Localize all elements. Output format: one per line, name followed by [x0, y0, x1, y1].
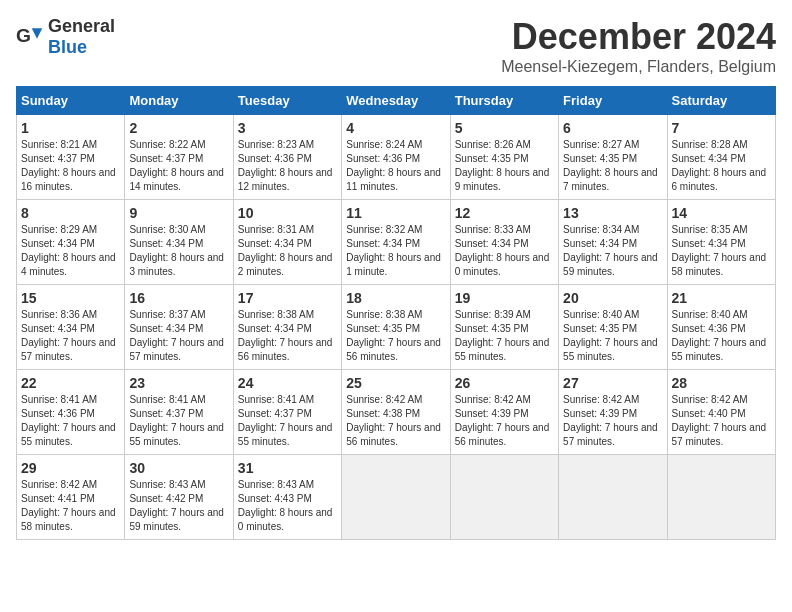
calendar-week-2: 8Sunrise: 8:29 AMSunset: 4:34 PMDaylight… [17, 200, 776, 285]
calendar-cell: 14Sunrise: 8:35 AMSunset: 4:34 PMDayligh… [667, 200, 775, 285]
day-info: Sunrise: 8:43 AMSunset: 4:43 PMDaylight:… [238, 478, 337, 534]
weekday-wednesday: Wednesday [342, 87, 450, 115]
weekday-saturday: Saturday [667, 87, 775, 115]
calendar-table: SundayMondayTuesdayWednesdayThursdayFrid… [16, 86, 776, 540]
calendar-cell: 13Sunrise: 8:34 AMSunset: 4:34 PMDayligh… [559, 200, 667, 285]
title-block: December 2024 Meensel-Kiezegem, Flanders… [501, 16, 776, 76]
weekday-thursday: Thursday [450, 87, 558, 115]
day-info: Sunrise: 8:22 AMSunset: 4:37 PMDaylight:… [129, 138, 228, 194]
day-number: 12 [455, 205, 554, 221]
calendar-cell: 5Sunrise: 8:26 AMSunset: 4:35 PMDaylight… [450, 115, 558, 200]
day-number: 30 [129, 460, 228, 476]
day-number: 4 [346, 120, 445, 136]
calendar-cell: 24Sunrise: 8:41 AMSunset: 4:37 PMDayligh… [233, 370, 341, 455]
calendar-cell: 21Sunrise: 8:40 AMSunset: 4:36 PMDayligh… [667, 285, 775, 370]
day-number: 25 [346, 375, 445, 391]
day-info: Sunrise: 8:40 AMSunset: 4:36 PMDaylight:… [672, 308, 771, 364]
calendar-cell: 7Sunrise: 8:28 AMSunset: 4:34 PMDaylight… [667, 115, 775, 200]
weekday-monday: Monday [125, 87, 233, 115]
day-info: Sunrise: 8:30 AMSunset: 4:34 PMDaylight:… [129, 223, 228, 279]
calendar-cell: 10Sunrise: 8:31 AMSunset: 4:34 PMDayligh… [233, 200, 341, 285]
day-number: 10 [238, 205, 337, 221]
day-info: Sunrise: 8:38 AMSunset: 4:34 PMDaylight:… [238, 308, 337, 364]
day-number: 20 [563, 290, 662, 306]
calendar-cell: 22Sunrise: 8:41 AMSunset: 4:36 PMDayligh… [17, 370, 125, 455]
day-number: 26 [455, 375, 554, 391]
calendar-week-3: 15Sunrise: 8:36 AMSunset: 4:34 PMDayligh… [17, 285, 776, 370]
day-number: 5 [455, 120, 554, 136]
day-info: Sunrise: 8:39 AMSunset: 4:35 PMDaylight:… [455, 308, 554, 364]
calendar-cell: 27Sunrise: 8:42 AMSunset: 4:39 PMDayligh… [559, 370, 667, 455]
day-info: Sunrise: 8:29 AMSunset: 4:34 PMDaylight:… [21, 223, 120, 279]
calendar-cell: 2Sunrise: 8:22 AMSunset: 4:37 PMDaylight… [125, 115, 233, 200]
calendar-cell: 6Sunrise: 8:27 AMSunset: 4:35 PMDaylight… [559, 115, 667, 200]
location-title: Meensel-Kiezegem, Flanders, Belgium [501, 58, 776, 76]
day-number: 19 [455, 290, 554, 306]
calendar-cell: 11Sunrise: 8:32 AMSunset: 4:34 PMDayligh… [342, 200, 450, 285]
calendar-cell: 26Sunrise: 8:42 AMSunset: 4:39 PMDayligh… [450, 370, 558, 455]
month-title: December 2024 [501, 16, 776, 58]
day-number: 31 [238, 460, 337, 476]
day-number: 3 [238, 120, 337, 136]
day-info: Sunrise: 8:32 AMSunset: 4:34 PMDaylight:… [346, 223, 445, 279]
page-header: G General Blue December 2024 Meensel-Kie… [16, 16, 776, 76]
day-info: Sunrise: 8:42 AMSunset: 4:39 PMDaylight:… [455, 393, 554, 449]
day-number: 17 [238, 290, 337, 306]
day-number: 18 [346, 290, 445, 306]
calendar-cell: 23Sunrise: 8:41 AMSunset: 4:37 PMDayligh… [125, 370, 233, 455]
weekday-sunday: Sunday [17, 87, 125, 115]
calendar-cell: 8Sunrise: 8:29 AMSunset: 4:34 PMDaylight… [17, 200, 125, 285]
day-info: Sunrise: 8:40 AMSunset: 4:35 PMDaylight:… [563, 308, 662, 364]
day-number: 6 [563, 120, 662, 136]
day-number: 8 [21, 205, 120, 221]
day-number: 29 [21, 460, 120, 476]
calendar-cell: 31Sunrise: 8:43 AMSunset: 4:43 PMDayligh… [233, 455, 341, 540]
logo: G General Blue [16, 16, 115, 58]
logo-icon: G [16, 23, 44, 51]
day-info: Sunrise: 8:28 AMSunset: 4:34 PMDaylight:… [672, 138, 771, 194]
calendar-cell [342, 455, 450, 540]
day-info: Sunrise: 8:43 AMSunset: 4:42 PMDaylight:… [129, 478, 228, 534]
calendar-cell: 30Sunrise: 8:43 AMSunset: 4:42 PMDayligh… [125, 455, 233, 540]
weekday-friday: Friday [559, 87, 667, 115]
svg-marker-1 [32, 28, 43, 39]
day-info: Sunrise: 8:34 AMSunset: 4:34 PMDaylight:… [563, 223, 662, 279]
day-number: 14 [672, 205, 771, 221]
day-info: Sunrise: 8:38 AMSunset: 4:35 PMDaylight:… [346, 308, 445, 364]
day-info: Sunrise: 8:21 AMSunset: 4:37 PMDaylight:… [21, 138, 120, 194]
day-number: 15 [21, 290, 120, 306]
svg-text:G: G [16, 25, 31, 46]
calendar-cell: 3Sunrise: 8:23 AMSunset: 4:36 PMDaylight… [233, 115, 341, 200]
day-number: 21 [672, 290, 771, 306]
day-info: Sunrise: 8:41 AMSunset: 4:37 PMDaylight:… [238, 393, 337, 449]
day-info: Sunrise: 8:41 AMSunset: 4:36 PMDaylight:… [21, 393, 120, 449]
calendar-cell: 17Sunrise: 8:38 AMSunset: 4:34 PMDayligh… [233, 285, 341, 370]
day-info: Sunrise: 8:33 AMSunset: 4:34 PMDaylight:… [455, 223, 554, 279]
calendar-cell: 25Sunrise: 8:42 AMSunset: 4:38 PMDayligh… [342, 370, 450, 455]
calendar-cell: 18Sunrise: 8:38 AMSunset: 4:35 PMDayligh… [342, 285, 450, 370]
day-number: 13 [563, 205, 662, 221]
calendar-cell: 9Sunrise: 8:30 AMSunset: 4:34 PMDaylight… [125, 200, 233, 285]
calendar-cell: 20Sunrise: 8:40 AMSunset: 4:35 PMDayligh… [559, 285, 667, 370]
weekday-tuesday: Tuesday [233, 87, 341, 115]
day-number: 16 [129, 290, 228, 306]
weekday-header-row: SundayMondayTuesdayWednesdayThursdayFrid… [17, 87, 776, 115]
day-number: 7 [672, 120, 771, 136]
calendar-week-5: 29Sunrise: 8:42 AMSunset: 4:41 PMDayligh… [17, 455, 776, 540]
calendar-cell [450, 455, 558, 540]
day-number: 27 [563, 375, 662, 391]
logo-blue: Blue [48, 37, 87, 57]
day-info: Sunrise: 8:23 AMSunset: 4:36 PMDaylight:… [238, 138, 337, 194]
calendar-cell [559, 455, 667, 540]
day-info: Sunrise: 8:42 AMSunset: 4:39 PMDaylight:… [563, 393, 662, 449]
day-info: Sunrise: 8:35 AMSunset: 4:34 PMDaylight:… [672, 223, 771, 279]
day-info: Sunrise: 8:42 AMSunset: 4:38 PMDaylight:… [346, 393, 445, 449]
day-info: Sunrise: 8:42 AMSunset: 4:41 PMDaylight:… [21, 478, 120, 534]
calendar-body: 1Sunrise: 8:21 AMSunset: 4:37 PMDaylight… [17, 115, 776, 540]
calendar-cell: 29Sunrise: 8:42 AMSunset: 4:41 PMDayligh… [17, 455, 125, 540]
calendar-cell: 1Sunrise: 8:21 AMSunset: 4:37 PMDaylight… [17, 115, 125, 200]
calendar-cell: 19Sunrise: 8:39 AMSunset: 4:35 PMDayligh… [450, 285, 558, 370]
day-info: Sunrise: 8:42 AMSunset: 4:40 PMDaylight:… [672, 393, 771, 449]
day-number: 2 [129, 120, 228, 136]
day-number: 28 [672, 375, 771, 391]
